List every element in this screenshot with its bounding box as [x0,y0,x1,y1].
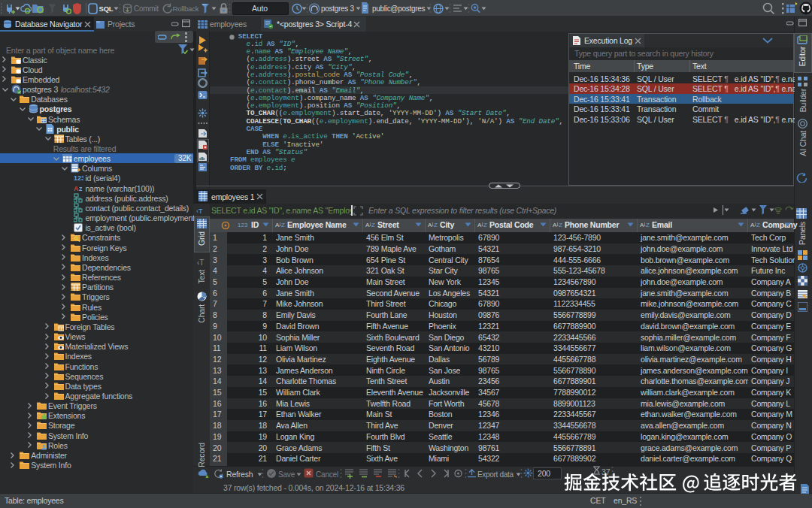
svg-text:Z: Z [756,222,760,228]
svg-text:A: A [74,185,79,192]
svg-text:Z: Z [646,222,650,228]
svg-text:123: 123 [238,222,248,228]
svg-text:‹T: ‹T [196,207,203,215]
svg-text:z: z [79,185,83,192]
svg-text:Z: Z [559,222,562,228]
svg-text:‹T: ‹T [197,259,204,267]
svg-text:123: 123 [74,174,83,182]
svg-text:Z: Z [281,222,285,228]
svg-text:Z: Z [371,222,375,228]
svg-text:Z: Z [483,222,487,228]
svg-text:Z: Z [434,222,438,228]
